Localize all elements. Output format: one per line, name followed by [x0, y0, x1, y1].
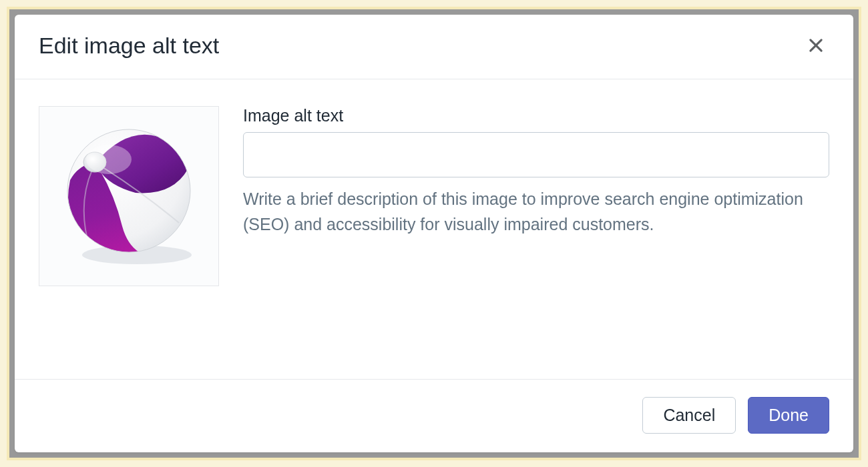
cancel-button[interactable]: Cancel — [642, 397, 736, 434]
alt-text-input[interactable] — [243, 132, 829, 177]
beachball-icon — [55, 123, 202, 270]
alt-text-label: Image alt text — [243, 106, 829, 125]
dialog-backdrop: Edit image alt text — [7, 7, 861, 460]
edit-alt-text-dialog: Edit image alt text — [15, 15, 853, 452]
close-button[interactable] — [803, 32, 829, 59]
dialog-body: Image alt text Write a brief description… — [15, 79, 853, 379]
svg-point-7 — [86, 145, 132, 174]
dialog-title: Edit image alt text — [39, 33, 219, 59]
form-column: Image alt text Write a brief description… — [243, 106, 829, 359]
dialog-header: Edit image alt text — [15, 15, 853, 79]
done-button[interactable]: Done — [748, 397, 829, 434]
image-thumbnail — [39, 106, 219, 286]
alt-text-help: Write a brief description of this image … — [243, 187, 829, 237]
dialog-footer: Cancel Done — [15, 379, 853, 452]
close-icon — [807, 36, 825, 55]
